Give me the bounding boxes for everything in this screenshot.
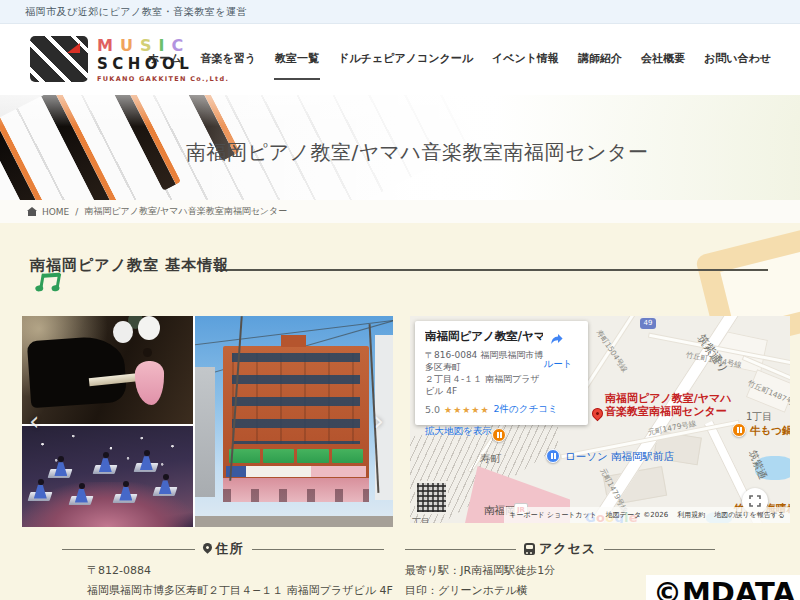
directions-icon	[548, 331, 568, 351]
photo-carousel: ‹ ›	[22, 316, 393, 527]
address-section-header: 住所	[62, 540, 384, 558]
page-title: 南福岡ピアノ教室/ヤマハ音楽教室南福岡センター	[186, 139, 648, 166]
train-icon	[524, 543, 535, 555]
nav-item-ホーム[interactable]: ホーム	[147, 39, 183, 80]
map-location-label: 南福岡ピアノ教室/ヤマハ 音楽教室南福岡センター	[605, 392, 732, 418]
stage-performer	[70, 483, 96, 513]
map-qr-code	[417, 483, 446, 512]
nav-item-会社概要[interactable]: 会社概要	[640, 39, 686, 80]
top-info-bar: 福岡市及び近郊にピアノ教室・音楽教室を運営	[0, 0, 800, 24]
expand-map-link[interactable]: 拡大地図を表示	[425, 425, 578, 438]
google-map-embed[interactable]: 筑紫通り 寿町1504号線 竹丘町1484号線 竹丘町1487号線 寿町1509…	[410, 316, 790, 523]
access-section-title: アクセス	[539, 540, 596, 558]
map-data-label: 地図データ ©2026	[606, 510, 668, 520]
rating-value: 5.0	[425, 404, 440, 415]
breadcrumb-current: 南福岡ピアノ教室/ヤマハ音楽教室南福岡センター	[84, 205, 287, 218]
nav-item-お問い合わせ[interactable]: お問い合わせ	[703, 39, 772, 80]
home-icon	[28, 211, 36, 216]
route-button[interactable]: ルート	[538, 331, 578, 371]
carousel-photo-ensemble-stage	[22, 426, 193, 527]
nav-item-ドルチェピアノコンクール[interactable]: ドルチェピアノコンクール	[337, 39, 474, 80]
address-text: 〒812-0884 福岡県福岡市博多区寿町２丁目４−１１ 南福岡プラザビル 4F	[87, 561, 393, 600]
nav-item-イベント情報[interactable]: イベント情報	[491, 39, 560, 80]
map-poi-label[interactable]: ローソン 南福岡駅前店	[565, 450, 674, 464]
access-text: 最寄り駅：JR南福岡駅徒歩1分 目印：グリーンホテル横	[405, 561, 555, 600]
map-attribution: キーボード ショートカット 地図データ ©2026 利用規約 地図の誤りを報告す…	[504, 507, 790, 523]
stage-performer	[94, 452, 120, 482]
convenience-store-icon[interactable]	[546, 449, 560, 463]
stage-performer	[114, 481, 140, 511]
nav-item-音楽を習う[interactable]: 音楽を習う	[200, 39, 258, 80]
map-label: 1丁目	[746, 410, 772, 424]
carousel-next-button[interactable]: ›	[374, 408, 384, 434]
map-label: 寿町	[480, 452, 501, 466]
location-pin-icon[interactable]	[590, 406, 606, 422]
nav-item-講師紹介[interactable]: 講師紹介	[577, 39, 623, 80]
map-poi-label[interactable]: 牛もつ鍋	[750, 424, 790, 438]
map-info-card: 南福岡ピアノ教室/ヤマハ音楽... 〒816-0084 福岡県福岡市博多区寿町 …	[415, 321, 588, 425]
map-card-address: 〒816-0084 福岡県福岡市博多区寿町 ２丁目４-１１ 南福岡プラザビル 4…	[425, 349, 547, 397]
address-pin-icon	[201, 541, 214, 554]
stage-performer	[154, 474, 180, 504]
breadcrumb-separator: /	[75, 207, 78, 217]
expand-arrows-icon	[749, 495, 761, 507]
nearest-station: 最寄り駅：JR南福岡駅徒歩1分	[405, 561, 555, 581]
carousel-prev-button[interactable]: ‹	[29, 408, 39, 434]
terms-link[interactable]: 利用規約	[677, 510, 705, 520]
landmark: 目印：グリーンホテル横	[405, 581, 555, 600]
carousel-photo-recital	[22, 316, 193, 424]
street-address: 福岡県福岡市博多区寿町２丁目４−１１ 南福岡プラザビル 4F	[87, 581, 393, 600]
site-header: MUSIC SCHOOL FUKANO GAKKITEN Co.,Ltd. ホー…	[0, 24, 800, 95]
breadcrumb: HOME / 南福岡ピアノ教室/ヤマハ音楽教室南福岡センター	[0, 200, 800, 223]
carousel-photo-building	[195, 316, 393, 527]
breadcrumb-home-link[interactable]: HOME	[42, 207, 69, 217]
report-error-link[interactable]: 地図の誤りを報告する	[714, 510, 785, 520]
main-content: 南福岡ピアノ教室 基本情報	[0, 223, 800, 600]
section-divider	[215, 269, 768, 271]
section-heading: 南福岡ピアノ教室 基本情報	[30, 256, 229, 275]
stage-performer	[29, 479, 55, 509]
reviews-link[interactable]: 2件のクチコミ	[493, 403, 557, 416]
site-tagline: 福岡市及び近郊にピアノ教室・音楽教室を運営	[25, 5, 247, 19]
access-section-header: アクセス	[405, 540, 715, 558]
postal-code: 〒812-0884	[87, 561, 393, 581]
address-section-title: 住所	[216, 540, 244, 558]
main-nav: ホーム音楽を習う教室一覧ドルチェピアノコンクールイベント情報講師紹介会社概要お問…	[147, 24, 772, 95]
map-card-title: 南福岡ピアノ教室/ヤマハ音楽...	[425, 329, 543, 344]
map-label: 丁目	[412, 516, 430, 523]
keyboard-shortcuts-link[interactable]: キーボード ショートカット	[509, 510, 597, 520]
logo-piano-icon	[30, 36, 88, 82]
restaurant-icon[interactable]	[732, 423, 746, 437]
page: 福岡市及び近郊にピアノ教室・音楽教室を運営 MUSIC SCHOOL FUKAN…	[0, 0, 800, 600]
mdata-watermark: ©MDATA	[646, 575, 800, 600]
map-route-badge: 49	[640, 318, 656, 329]
rating-stars: ★★★★★	[444, 405, 489, 415]
nav-item-教室一覧[interactable]: 教室一覧	[274, 39, 320, 80]
hero-banner: 南福岡ピアノ教室/ヤマハ音楽教室南福岡センター	[0, 95, 800, 200]
